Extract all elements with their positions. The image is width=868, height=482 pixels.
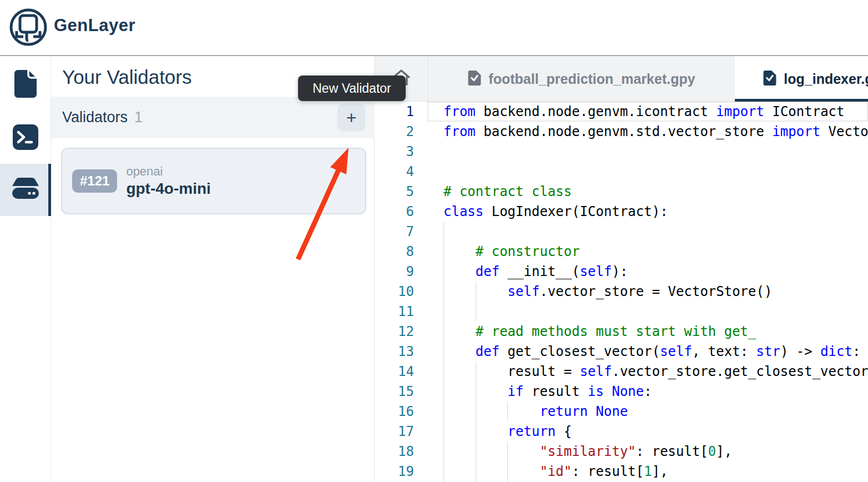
code-text: class LogIndexer(IContract): [443,202,668,222]
line-number: 2 [375,122,427,142]
line-number: 19 [375,461,427,481]
indent-guide [443,222,444,242]
code-line[interactable]: 12 # read methods must start with get_ [375,322,868,342]
code-line[interactable]: 1from backend.node.genvm.icontract impor… [375,102,868,122]
code-line[interactable]: 3 [375,142,868,162]
app-header: GenLayer [0,0,868,56]
code-text: # contract class [443,182,572,202]
code-text: def __init__(self): [443,262,628,282]
validators-panel: Your Validators Validators 1 + #121 open… [51,56,375,482]
line-number: 1 [375,102,427,122]
code-line[interactable]: 16 return None [375,401,868,421]
genlayer-simulator-app: GenLayer [0,0,868,482]
file-check-icon [468,71,481,88]
tab-football-prediction-market[interactable]: football_prediction_market.gpy [428,56,735,102]
line-number: 16 [375,401,427,421]
indent-guide [476,302,476,322]
code-line[interactable]: 5# contract class [375,182,868,202]
line-number: 4 [375,162,427,182]
code-text: def get_closest_vector(self, text: str) … [443,342,860,362]
code-line[interactable]: 9 def __init__(self): [375,262,868,282]
code-line[interactable]: 4 [375,162,868,182]
validator-list-item[interactable]: #121 openai gpt-4o-mini [61,148,366,214]
genlayer-logo-icon[interactable] [8,7,48,49]
code-line[interactable]: 14 result = self.vector_store.get_closes… [375,362,868,381]
editor-tab-bar: football_prediction_market.gpy log_index… [375,56,868,102]
code-text: self.vector_store = VectorStore() [443,282,772,302]
sidebar-item-contracts[interactable] [0,59,51,111]
validators-section-label: Validators [62,109,128,126]
line-number: 17 [375,421,427,441]
code-text: # read methods must start with get_ [443,322,756,342]
code-line[interactable]: 13 def get_closest_vector(self, text: st… [375,342,868,362]
sidebar-item-validators[interactable] [0,164,51,216]
new-validator-tooltip: New Validator [298,76,406,101]
code-text: from backend.node.genvm.icontract import… [443,102,844,122]
new-validator-button[interactable]: + [337,104,365,132]
tab-log-indexer[interactable]: log_indexer.gpy [735,56,868,102]
validator-provider: openai [126,164,210,179]
validator-model: gpt-4o-mini [126,180,210,198]
line-number: 6 [375,202,427,222]
file-icon [13,69,38,101]
code-line[interactable]: 8 # constructor [375,242,868,262]
line-number: 13 [375,342,427,362]
code-line[interactable]: 19 "id": result[1], [375,461,868,481]
tab-label: log_indexer.gpy [784,71,868,87]
sidebar-icon-rail [0,56,51,482]
line-number: 5 [375,182,427,202]
validators-count: 1 [134,109,143,126]
code-editor-area[interactable]: 1from backend.node.genvm.icontract impor… [375,102,868,482]
code-text: return { [443,421,572,441]
code-line[interactable]: 11 [375,302,868,322]
line-number: 8 [375,242,427,262]
code-text: from backend.node.genvm.std.vector_store… [443,122,868,142]
line-number: 3 [375,142,427,162]
file-check-icon [763,71,776,88]
line-number: 10 [375,282,427,302]
code-text: result = self.vector_store.get_closest_v… [443,362,868,381]
code-text: if result is None: [443,381,652,401]
indent-guide [443,302,444,322]
code-text: return None [443,401,628,421]
tab-label: football_prediction_market.gpy [488,71,695,87]
code-text: "similarity": result[0], [443,441,732,461]
validator-id-badge: #121 [72,169,117,193]
code-line[interactable]: 18 "similarity": result[0], [375,441,868,461]
line-number: 15 [375,381,427,401]
code-line[interactable]: 10 self.vector_store = VectorStore() [375,282,868,302]
sidebar-item-run-debug[interactable] [0,112,51,164]
page-title: Your Validators [62,66,191,88]
line-number: 18 [375,441,427,461]
code-line[interactable]: 6class LogIndexer(IContract): [375,202,868,222]
code-line[interactable]: 17 return { [375,421,868,441]
code-line[interactable]: 7 [375,222,868,242]
drive-icon [12,177,39,203]
line-number: 11 [375,302,427,322]
code-text: # constructor [443,242,580,262]
line-number: 14 [375,362,427,381]
validators-list-header: Validators 1 + [51,97,375,138]
code-line[interactable]: 15 if result is None: [375,381,868,401]
contract-editor: football_prediction_market.gpy log_index… [375,56,868,482]
line-number: 7 [375,222,427,242]
line-number: 12 [375,322,427,342]
line-number: 9 [375,262,427,282]
brand-name: GenLayer [54,16,135,36]
code-line[interactable]: 2from backend.node.genvm.std.vector_stor… [375,122,868,142]
terminal-icon [13,124,38,152]
code-text: "id": result[1], [443,461,668,481]
